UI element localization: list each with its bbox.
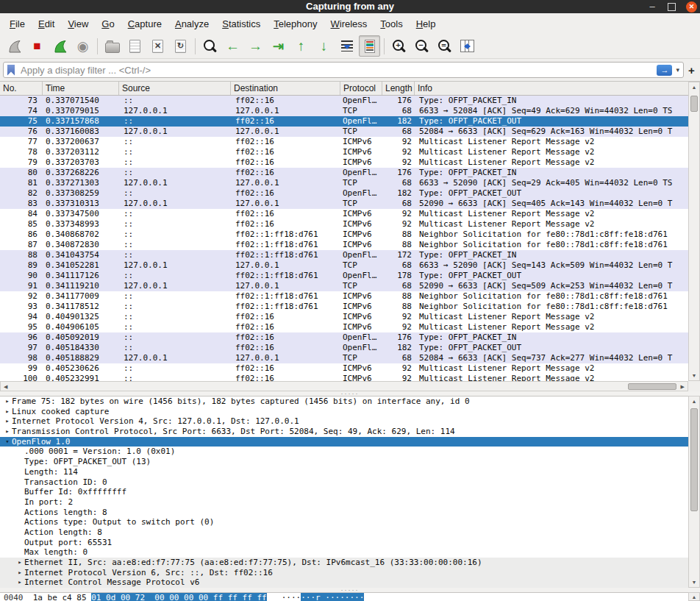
scroll-up-icon[interactable]: ▲ [689,594,699,600]
capture-stop-button[interactable]: ■ [26,35,48,57]
packet-row-83[interactable]: 830.337310313127.0.0.1127.0.0.1TCP685209… [0,199,688,209]
reload-capture-button[interactable]: ↻ [170,35,191,57]
add-filter-button[interactable]: + [686,64,697,77]
close-capture-button[interactable]: ✕ [147,35,168,57]
detail-row-9[interactable]: Buffer Id: 0xffffffff [0,487,688,497]
filter-dropdown-caret-icon[interactable]: ▾ [674,66,683,74]
detail-row-15[interactable]: Max length: 0 [0,547,688,558]
detail-row-12[interactable]: Actions type: Output to switch port (0) [0,517,688,527]
collapse-arrow-icon[interactable]: ▸ [3,396,12,407]
scroll-up-icon[interactable]: ▲ [689,85,699,90]
hex-bytes-selected[interactable]: 01 0d 00 72 00 00 00 00 ff ff ff ff [91,593,266,601]
hscroll-thumb[interactable] [628,383,676,390]
packet-row-81[interactable]: 810.337271303127.0.0.1127.0.0.1TCP686633… [0,178,688,188]
detail-row-8[interactable]: Transaction ID: 0 [0,477,688,488]
packet-row-93[interactable]: 930.341178512::ff02::1:ff18:d761ICMPv688… [0,302,688,312]
detail-row-1[interactable]: ▸Linux cooked capture [0,407,688,417]
scroll-up-icon[interactable]: ▲ [689,399,699,404]
packet-row-73[interactable]: 730.337071540::ff02::16OpenFl…176Type: O… [0,96,688,106]
go-last-packet-button[interactable]: ↓ [313,35,335,57]
packet-row-77[interactable]: 770.337200637::ff02::16ICMPv692Multicast… [0,137,688,147]
scroll-right-icon[interactable]: ▶ [681,384,685,390]
scroll-down-icon[interactable]: ▼ [689,373,699,378]
collapse-arrow-icon[interactable]: ▸ [15,568,24,578]
collapse-arrow-icon[interactable]: ▸ [3,427,12,437]
menu-view[interactable]: View [61,15,95,32]
find-packet-button[interactable] [199,35,221,57]
collapse-arrow-icon[interactable]: ▸ [3,416,12,427]
packet-row-84[interactable]: 840.337347500::ff02::16ICMPv692Multicast… [0,209,688,219]
collapse-arrow-icon[interactable]: ▸ [3,407,12,417]
detail-row-2[interactable]: ▸Internet Protocol Version 4, Src: 127.0… [0,416,688,427]
detail-row-3[interactable]: ▸Transmission Control Protocol, Src Port… [0,427,688,437]
hex-vscrollbar[interactable]: ▲ [688,592,700,601]
capture-options-button[interactable]: ◉ [72,35,93,57]
packet-row-98[interactable]: 980.405188829127.0.0.1127.0.0.1TCP685208… [0,353,688,363]
close-button[interactable]: ✕ [686,1,697,13]
column-header-info[interactable]: Info [415,82,688,95]
menu-telephony[interactable]: Telephony [267,15,324,32]
display-filter-input[interactable]: Apply a display filter ... <Ctrl-/> → ▾ [3,62,684,78]
column-header-time[interactable]: Time [43,82,119,95]
zoom-100-button[interactable]: = [434,35,455,57]
vscroll-thumb[interactable] [690,408,698,511]
detail-row-14[interactable]: Output port: 65531 [0,538,688,548]
go-back-button[interactable]: ← [222,35,243,57]
packet-row-82[interactable]: 820.337308259::ff02::16OpenFl…182Type: O… [0,188,688,199]
menu-go[interactable]: Go [95,15,121,32]
menu-statistics[interactable]: Statistics [215,15,267,32]
packet-row-97[interactable]: 970.405184330::ff02::16OpenFl…182Type: O… [0,343,688,353]
capture-restart-button[interactable] [49,35,71,57]
packet-row-99[interactable]: 990.405230626::ff02::16ICMPv692Multicast… [0,363,688,374]
packet-row-100[interactable]: 1000.405232991::ff02::16ICMPv692Multicas… [0,374,688,381]
details-vscrollbar[interactable]: ▲ ▼ [688,396,700,588]
go-to-packet-button[interactable]: ⇥ [268,35,289,57]
menu-capture[interactable]: Capture [121,15,168,32]
packet-row-88[interactable]: 880.341043754::ff02::1:ff18:d761OpenFl…1… [0,250,688,260]
detail-row-0[interactable]: ▸Frame 75: 182 bytes on wire (1456 bits)… [0,396,688,407]
go-forward-button[interactable]: → [245,35,266,57]
detail-row-17[interactable]: ▸Internet Protocol Version 6, Src: ::, D… [0,568,688,578]
detail-row-4[interactable]: ▾OpenFlow 1.0 [0,437,688,447]
packet-row-92[interactable]: 920.341177009::ff02::1:ff18:d761ICMPv688… [0,291,688,302]
colorize-button[interactable] [359,35,380,57]
detail-row-10[interactable]: In port: 2 [0,497,688,508]
packet-row-85[interactable]: 850.337348993::ff02::16ICMPv692Multicast… [0,219,688,230]
hex-ascii[interactable]: ···· [282,593,301,601]
open-capture-button[interactable] [101,35,123,57]
packet-row-76[interactable]: 760.337160083127.0.0.1127.0.0.1TCP685208… [0,127,688,137]
column-header-length[interactable]: Length [382,82,415,95]
menu-tools[interactable]: Tools [374,15,409,32]
detail-row-16[interactable]: ▸Ethernet II, Src: aa:e8:ed:f7:77:75 (aa… [0,558,688,568]
detail-row-13[interactable]: Action length: 8 [0,527,688,538]
packet-row-91[interactable]: 910.341119210127.0.0.1127.0.0.1TCP685209… [0,281,688,291]
go-first-packet-button[interactable]: ↑ [290,35,312,57]
capture-start-button[interactable] [4,35,25,57]
menu-file[interactable]: File [3,15,32,32]
packet-row-95[interactable]: 950.404906105::ff02::16ICMPv692Multicast… [0,322,688,332]
auto-scroll-button[interactable] [336,35,357,57]
packet-row-79[interactable]: 790.337203703::ff02::16ICMPv692Multicast… [0,157,688,168]
packet-row-80[interactable]: 800.337268226::ff02::16OpenFl…176Type: O… [0,168,688,178]
filter-bookmark-icon[interactable] [7,65,15,76]
save-capture-button[interactable] [124,35,146,57]
column-header-protocol[interactable]: Protocol [340,82,382,95]
packet-row-75[interactable]: 750.337157868::ff02::16OpenFl…182Type: O… [0,116,688,127]
menu-edit[interactable]: Edit [32,15,61,32]
detail-row-7[interactable]: Length: 114 [0,467,688,477]
collapse-arrow-icon[interactable]: ▸ [15,577,24,588]
minimize-button[interactable]: – [647,3,657,10]
zoom-out-button[interactable]: − [411,35,432,57]
column-header-no[interactable]: No. [0,82,43,95]
hex-ascii-selected[interactable]: ···r ········ [301,593,364,601]
packet-row-86[interactable]: 860.340868702::ff02::1:ff18:d761ICMPv688… [0,230,688,240]
resize-columns-button[interactable] [457,35,478,57]
menu-wireless[interactable]: Wireless [324,15,374,32]
zoom-in-button[interactable]: + [388,35,410,57]
detail-row-11[interactable]: Actions length: 8 [0,508,688,518]
packet-row-89[interactable]: 890.341052281127.0.0.1127.0.0.1TCP686633… [0,260,688,271]
scroll-left-icon[interactable]: ◀ [4,384,7,390]
packet-list-vscrollbar[interactable]: ▲ ▼ [688,82,700,381]
collapse-arrow-icon[interactable]: ▸ [15,558,24,568]
expand-arrow-icon[interactable]: ▾ [3,437,12,447]
